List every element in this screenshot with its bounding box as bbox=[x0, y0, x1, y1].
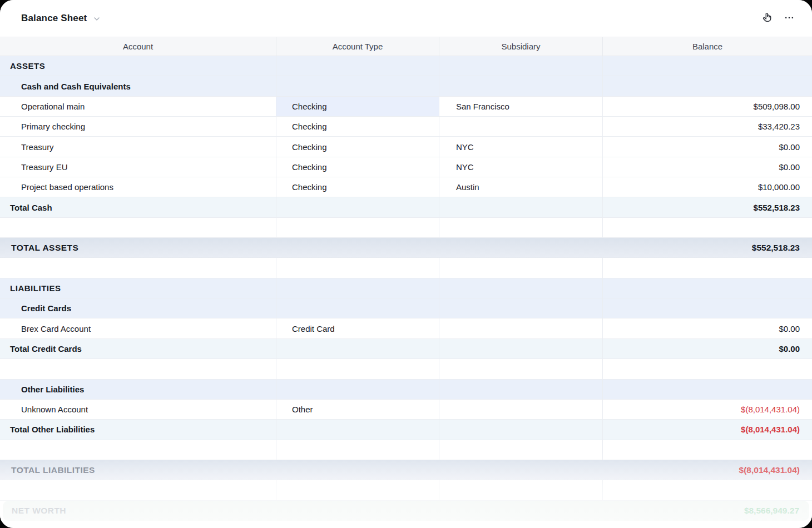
row-unknown-account: Unknown AccountOther$(8,014,431.04) bbox=[0, 400, 812, 420]
cell-subsidiary[interactable] bbox=[439, 420, 603, 440]
row-net-worth[interactable]: NET WORTH$8,566,949.27 bbox=[3, 501, 809, 521]
cell-balance[interactable] bbox=[603, 380, 812, 400]
cell-subsidiary[interactable] bbox=[439, 76, 603, 96]
cell-account[interactable]: Credit Cards bbox=[0, 298, 276, 318]
cell-account-type[interactable] bbox=[276, 420, 439, 440]
row-total-cash: Total Cash$552,518.23 bbox=[0, 197, 812, 217]
row-project-based-operations: Project based operationsCheckingAustin$1… bbox=[0, 177, 812, 197]
cell-balance[interactable] bbox=[603, 76, 812, 96]
cell-account[interactable]: LIABILITIES bbox=[0, 278, 276, 298]
cell-account-type[interactable] bbox=[276, 440, 439, 460]
cell-account[interactable]: Treasury bbox=[0, 137, 276, 157]
cell-balance[interactable] bbox=[603, 258, 812, 278]
cell-balance[interactable]: $0.00 bbox=[603, 157, 812, 177]
cell-account-type[interactable] bbox=[276, 339, 439, 359]
cell-balance[interactable] bbox=[603, 440, 812, 460]
cell-account[interactable]: Total Cash bbox=[0, 197, 276, 217]
cell-account-type[interactable] bbox=[276, 380, 439, 400]
cell-subsidiary[interactable] bbox=[439, 278, 603, 298]
cell-account-type[interactable]: Other bbox=[276, 400, 439, 420]
cell-balance[interactable] bbox=[603, 218, 812, 238]
report-title-dropdown[interactable]: Balance Sheet bbox=[21, 13, 101, 24]
cell-balance[interactable]: $552,518.23 bbox=[603, 197, 812, 217]
cell-account[interactable]: Primary checking bbox=[0, 117, 276, 137]
cell-account-type[interactable] bbox=[276, 480, 439, 500]
cell-balance[interactable]: $0.00 bbox=[603, 137, 812, 157]
column-header-account-type: Account Type bbox=[276, 37, 439, 56]
cell-account-type[interactable]: Checking bbox=[276, 177, 439, 197]
row-liabilities: LIABILITIES bbox=[0, 278, 812, 298]
column-header-account: Account bbox=[0, 37, 276, 56]
cell-balance[interactable]: $0.00 bbox=[603, 339, 812, 359]
cell-account[interactable]: Cash and Cash Equivalents bbox=[0, 76, 276, 96]
cell-subsidiary[interactable] bbox=[439, 117, 603, 137]
cell-subsidiary[interactable] bbox=[439, 56, 603, 76]
cell-balance[interactable] bbox=[603, 359, 812, 379]
ellipsis-icon bbox=[784, 12, 795, 25]
cell-balance[interactable] bbox=[603, 298, 812, 318]
cell-balance[interactable]: $33,420.23 bbox=[603, 117, 812, 137]
cell-subsidiary[interactable] bbox=[439, 440, 603, 460]
cell-account[interactable] bbox=[0, 258, 276, 278]
cell-subsidiary[interactable] bbox=[439, 480, 603, 500]
table-body: ASSETSCash and Cash EquivalentsOperation… bbox=[0, 56, 812, 521]
cell-account[interactable]: Brex Card Account bbox=[0, 318, 276, 338]
cell-account[interactable]: Total Credit Cards bbox=[0, 339, 276, 359]
cell-subsidiary[interactable] bbox=[439, 197, 603, 217]
cell-subsidiary[interactable] bbox=[439, 218, 603, 238]
cell-account[interactable]: Other Liabilities bbox=[0, 380, 276, 400]
cell-account-type[interactable] bbox=[276, 56, 439, 76]
cell-account[interactable]: Total Other Liabilities bbox=[0, 420, 276, 440]
cell-account[interactable]: Operational main bbox=[0, 97, 276, 117]
cell-subsidiary[interactable] bbox=[439, 298, 603, 318]
cell-account-type[interactable] bbox=[276, 278, 439, 298]
cell-balance[interactable]: $(8,014,431.04) bbox=[603, 420, 812, 440]
more-options-button[interactable] bbox=[781, 10, 798, 27]
cell-subsidiary[interactable]: NYC bbox=[439, 137, 603, 157]
cell-subsidiary[interactable] bbox=[439, 339, 603, 359]
cell-subsidiary[interactable] bbox=[439, 258, 603, 278]
cell-account-type[interactable] bbox=[276, 218, 439, 238]
cell-account[interactable]: Treasury EU bbox=[0, 157, 276, 177]
cell-account-type[interactable] bbox=[276, 258, 439, 278]
cell-subsidiary[interactable]: NYC bbox=[439, 157, 603, 177]
cell-subsidiary[interactable] bbox=[439, 400, 603, 420]
cell-account[interactable]: ASSETS bbox=[0, 56, 276, 76]
row-total-assets[interactable]: TOTAL ASSETS$552,518.23 bbox=[0, 238, 812, 258]
cell-subsidiary[interactable]: Austin bbox=[439, 177, 603, 197]
row-total-liabilities[interactable]: TOTAL LIABILITIES$(8,014,431.04) bbox=[0, 460, 812, 480]
cell-account-type[interactable]: Checking bbox=[276, 97, 439, 117]
cell-subsidiary[interactable] bbox=[439, 380, 603, 400]
cell-balance[interactable]: $(8,014,431.04) bbox=[603, 400, 812, 420]
cell-balance[interactable]: $509,098.00 bbox=[603, 97, 812, 117]
row-other-liabilities: Other Liabilities bbox=[0, 380, 812, 400]
hand-pointer-button[interactable] bbox=[759, 10, 775, 27]
row-treasury-eu: Treasury EUCheckingNYC$0.00 bbox=[0, 157, 812, 177]
cell-balance[interactable] bbox=[603, 56, 812, 76]
cell-account-type[interactable] bbox=[276, 298, 439, 318]
report-header: Balance Sheet bbox=[0, 0, 812, 37]
cell-account[interactable]: Project based operations bbox=[0, 177, 276, 197]
cell-account-type[interactable]: Credit Card bbox=[276, 318, 439, 338]
cell-account-type[interactable] bbox=[276, 359, 439, 379]
cell-account-type[interactable] bbox=[276, 76, 439, 96]
cell-account-type[interactable] bbox=[276, 197, 439, 217]
balance-sheet-card: Balance Sheet Account Account Type Subsi bbox=[0, 0, 812, 528]
cell-subsidiary[interactable] bbox=[439, 318, 603, 338]
row-cash-and-cash-equivalents: Cash and Cash Equivalents bbox=[0, 76, 812, 96]
cell-balance[interactable]: $0.00 bbox=[603, 318, 812, 338]
cell-account[interactable] bbox=[0, 218, 276, 238]
cell-account[interactable] bbox=[0, 359, 276, 379]
cell-account-type[interactable]: Checking bbox=[276, 117, 439, 137]
cell-balance[interactable] bbox=[603, 480, 812, 500]
cell-account[interactable] bbox=[0, 440, 276, 460]
cell-account-type[interactable]: Checking bbox=[276, 137, 439, 157]
cell-account[interactable]: Unknown Account bbox=[0, 400, 276, 420]
cell-subsidiary[interactable] bbox=[439, 359, 603, 379]
cell-account[interactable] bbox=[0, 480, 276, 500]
cell-balance[interactable] bbox=[603, 278, 812, 298]
cell-account-type[interactable]: Checking bbox=[276, 157, 439, 177]
cell-subsidiary[interactable]: San Francisco bbox=[439, 97, 603, 117]
cell-balance[interactable]: $10,000.00 bbox=[603, 177, 812, 197]
row-balance-value: $552,518.23 bbox=[752, 243, 812, 253]
